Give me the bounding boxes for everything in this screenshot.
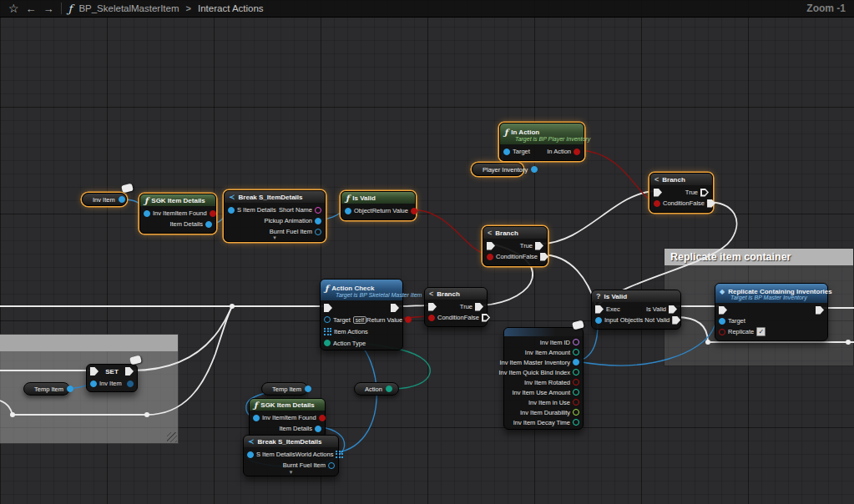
exec-input-pin[interactable] bbox=[719, 306, 727, 315]
replicate-bool-pin[interactable] bbox=[719, 329, 725, 335]
output-pin[interactable] bbox=[573, 339, 579, 345]
input-pin[interactable] bbox=[144, 210, 150, 217]
object-output-pin[interactable] bbox=[531, 166, 538, 173]
variable-pill-temp-item-mid[interactable]: Temp Item bbox=[261, 382, 308, 396]
exec-output-pin[interactable] bbox=[672, 316, 680, 325]
collapse-arrow-icon[interactable]: ▾ bbox=[290, 469, 293, 475]
comment-resize-grip[interactable] bbox=[167, 432, 177, 442]
output-pin[interactable] bbox=[573, 389, 579, 396]
node-break-s-itemdetails-bottom[interactable]: ≺ Break S_ItemDetails S Item Details Wor… bbox=[243, 435, 339, 476]
output-pin[interactable] bbox=[205, 221, 212, 228]
array-output-pin[interactable] bbox=[336, 451, 343, 458]
exec-input-pin[interactable] bbox=[428, 303, 437, 311]
back-icon[interactable]: ← bbox=[26, 0, 37, 18]
target-pin[interactable] bbox=[719, 318, 725, 325]
enum-input-pin[interactable] bbox=[324, 340, 331, 346]
variable-pill-inv-item[interactable]: Inv Item bbox=[82, 193, 127, 206]
checkbox-checked[interactable]: ✓ bbox=[756, 327, 766, 336]
exec-output-pin[interactable] bbox=[391, 304, 399, 312]
node-set-inv-item[interactable]: SET Inv Item bbox=[86, 364, 138, 392]
output-pin[interactable] bbox=[573, 419, 579, 426]
pin-label: Target bbox=[513, 148, 530, 155]
node-is-valid-top[interactable]: ƒ Is Valid Object Return Value bbox=[341, 191, 416, 220]
exec-input-pin[interactable] bbox=[324, 304, 332, 312]
node-inv-item-struct-outputs[interactable]: Inv Item ID Inv Item Amount Inv Item Mas… bbox=[503, 327, 584, 430]
comment-header[interactable]: Replicate item container bbox=[665, 249, 853, 265]
collapse-arrow-icon[interactable]: ▾ bbox=[273, 234, 276, 240]
node-replicate-containing-inventories[interactable]: ◆ Replicate Containing Inventories Targe… bbox=[715, 283, 828, 341]
output-pin[interactable] bbox=[573, 349, 579, 355]
input-pin[interactable] bbox=[253, 415, 260, 421]
output-pin[interactable] bbox=[574, 149, 580, 155]
input-pin[interactable] bbox=[345, 208, 351, 214]
output-pin[interactable] bbox=[210, 210, 216, 217]
condition-pin[interactable] bbox=[654, 200, 660, 207]
node-in-action[interactable]: ƒ In Action Target is BP Player Inventor… bbox=[499, 123, 584, 161]
array-input-pin[interactable] bbox=[324, 328, 331, 335]
node-branch-top-right[interactable]: < Branch True Condition False bbox=[649, 173, 713, 213]
object-output-pin[interactable] bbox=[119, 196, 125, 203]
node-sgk-item-details-top[interactable]: ƒ SGK Item Details Inv Item Item Found I… bbox=[139, 194, 216, 234]
node-subtitle: Target is BP Player Inventory bbox=[515, 136, 579, 142]
output-pin[interactable] bbox=[315, 218, 321, 224]
output-pin[interactable] bbox=[328, 462, 335, 469]
exec-input-pin[interactable] bbox=[90, 367, 99, 375]
exec-output-pin[interactable] bbox=[125, 367, 134, 375]
self-default-value[interactable]: self bbox=[353, 316, 366, 324]
exec-output-pin[interactable] bbox=[482, 314, 490, 322]
output-pin[interactable] bbox=[127, 381, 134, 387]
return-value-pin[interactable] bbox=[405, 316, 412, 323]
condition-pin[interactable] bbox=[428, 315, 435, 321]
input-pin[interactable] bbox=[228, 207, 235, 214]
input-pin[interactable] bbox=[90, 381, 97, 387]
node-branch-middle[interactable]: < Branch True Condition False bbox=[483, 226, 548, 266]
pin-label: Condition bbox=[663, 199, 690, 207]
pin-label: Burnt Fuel Item bbox=[283, 461, 326, 469]
exec-output-pin[interactable] bbox=[475, 303, 483, 311]
node-sgk-item-details-bottom[interactable]: ƒ SGK Item Details Inv Item Item Found I… bbox=[249, 398, 326, 438]
input-pin[interactable] bbox=[247, 451, 254, 458]
output-pin[interactable] bbox=[573, 399, 579, 406]
node-title: Branch bbox=[437, 290, 460, 298]
breadcrumb-root[interactable]: BP_SkeletalMasterItem bbox=[78, 3, 179, 13]
exec-output-pin[interactable] bbox=[700, 189, 709, 197]
input-object-pin[interactable] bbox=[595, 317, 602, 324]
bookmark-icon[interactable]: ☆ bbox=[8, 0, 19, 18]
variable-pill-player-inventory[interactable]: Player Inventory bbox=[472, 163, 523, 176]
output-pin[interactable] bbox=[319, 415, 326, 421]
output-pin[interactable] bbox=[411, 208, 417, 214]
exec-output-pin[interactable] bbox=[540, 253, 548, 261]
node-is-valid-macro[interactable]: ? Is Valid Exec Is Valid Input Object Is… bbox=[591, 290, 681, 330]
exec-input-pin[interactable] bbox=[595, 305, 604, 314]
variable-pill-temp-item-left[interactable]: Temp Item bbox=[23, 382, 70, 396]
breadcrumb-current[interactable]: Interact Actions bbox=[198, 3, 264, 13]
output-pin[interactable] bbox=[315, 207, 321, 214]
exec-output-pin[interactable] bbox=[816, 306, 824, 315]
condition-pin[interactable] bbox=[487, 254, 493, 260]
node-break-s-itemdetails-top[interactable]: ≺ Break S_ItemDetails S Item Details Sho… bbox=[224, 190, 326, 242]
exec-output-pin[interactable] bbox=[707, 199, 715, 208]
object-output-pin[interactable] bbox=[305, 386, 311, 392]
pin-label: Inv Item Rotated bbox=[524, 379, 570, 386]
exec-input-pin[interactable] bbox=[654, 189, 662, 197]
forward-icon[interactable]: → bbox=[43, 0, 54, 18]
comment-bubble-icon[interactable] bbox=[121, 184, 134, 194]
output-pin[interactable] bbox=[573, 369, 579, 375]
output-pin[interactable] bbox=[315, 229, 321, 235]
input-pin[interactable] bbox=[503, 149, 510, 155]
object-output-pin[interactable] bbox=[67, 386, 73, 392]
output-pin[interactable] bbox=[315, 426, 321, 432]
node-action-check[interactable]: ƒ Action Check Target is BP Skeletal Mas… bbox=[320, 279, 403, 350]
exec-input-pin[interactable] bbox=[487, 242, 495, 250]
node-header: ? Is Valid bbox=[592, 290, 680, 302]
output-pin[interactable] bbox=[573, 409, 579, 416]
exec-output-pin[interactable] bbox=[535, 242, 543, 250]
enum-output-pin[interactable] bbox=[386, 386, 392, 392]
exec-output-pin[interactable] bbox=[669, 305, 677, 314]
variable-pill-action[interactable]: Action bbox=[354, 382, 399, 396]
output-pin[interactable] bbox=[573, 379, 579, 386]
node-branch-lower[interactable]: < Branch True Condition False bbox=[424, 287, 488, 327]
comment-header[interactable] bbox=[0, 335, 178, 351]
output-pin[interactable] bbox=[573, 359, 579, 365]
target-pin[interactable] bbox=[324, 316, 331, 323]
